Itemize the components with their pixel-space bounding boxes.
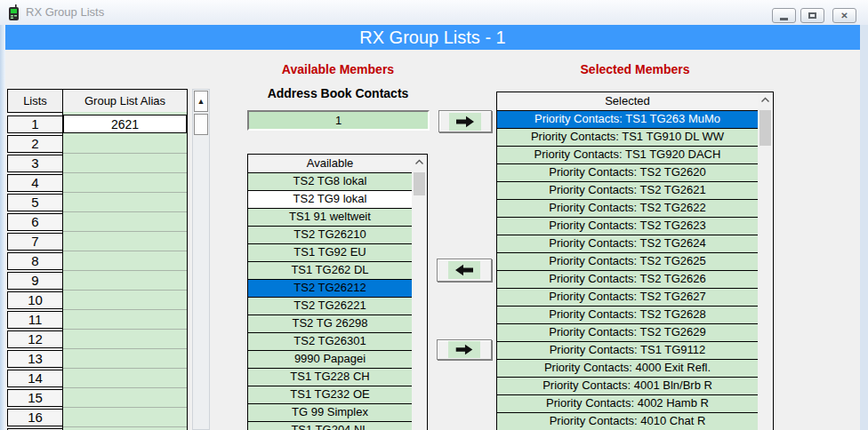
available-list-scrollbar-thumb[interactable] <box>414 172 425 195</box>
group-list-alias-cell[interactable] <box>63 173 187 193</box>
list-row-number[interactable]: 5 <box>7 194 63 211</box>
lists-table-scrollbar[interactable]: ▲ <box>192 89 210 430</box>
selected-list-header: Selected <box>497 92 758 111</box>
list-row-number[interactable]: 8 <box>7 252 63 270</box>
close-icon: ✕ <box>840 12 848 20</box>
available-listbox: Available TS2 TG8 lokalTS2 TG9 lokalTS1 … <box>247 154 428 430</box>
available-list-item[interactable]: TS1 TG204 NL <box>248 422 412 430</box>
list-row-number[interactable]: 15 <box>7 389 63 407</box>
rx-group-lists-window: RX Group Lists ✕ RX Group Lists - 1 List… <box>0 0 868 430</box>
available-list-item[interactable]: TS2 TG26212 <box>248 280 412 298</box>
list-row-number[interactable]: 14 <box>7 370 63 387</box>
selected-list-item[interactable]: Priority Contacts: TS2 TG2623 <box>497 218 758 235</box>
add-available-member-button[interactable] <box>437 339 492 360</box>
selected-list-item[interactable]: Priority Contacts: 4001 Bln/Brb R <box>497 378 758 395</box>
list-row-number[interactable]: 11 <box>7 311 63 329</box>
selected-list-item[interactable]: Priority Contacts: 4010 Chat R <box>497 413 758 430</box>
group-list-alias-cell[interactable] <box>63 330 187 349</box>
available-list-item[interactable]: TS1 TG232 OE <box>248 386 412 404</box>
selected-list-item[interactable]: Priority Contacts: 4000 Exit Refl. <box>497 360 758 378</box>
group-list-alias-cell[interactable] <box>63 251 187 271</box>
minimize-button[interactable] <box>772 8 796 23</box>
selected-list-item[interactable]: Priority Contacts: TS2 TG2625 <box>497 253 758 271</box>
group-list-alias-cell[interactable] <box>63 134 187 154</box>
selected-list-item[interactable]: Priority Contacts: TS2 TG2627 <box>497 289 758 307</box>
available-list-item[interactable]: TS2 TG 26298 <box>248 315 412 333</box>
group-list-alias-cell[interactable]: 2621 <box>63 115 187 133</box>
available-list-item[interactable]: TS2 TG8 lokal <box>248 173 412 191</box>
group-list-alias-cell[interactable] <box>63 408 187 427</box>
selected-list-item[interactable]: Priority Contacts: TS2 TG2628 <box>497 307 758 324</box>
list-row-number[interactable]: 6 <box>7 213 63 231</box>
group-list-alias-cell[interactable] <box>63 154 187 173</box>
arrow-right-icon <box>448 341 480 358</box>
group-list-alias-cell[interactable] <box>63 193 187 212</box>
window-title: RX Group Lists <box>26 5 104 19</box>
selected-list-scrollbar[interactable] <box>758 92 773 430</box>
add-address-book-contact-button[interactable] <box>438 110 492 132</box>
list-row-number[interactable]: 13 <box>7 350 63 368</box>
remove-selected-member-button[interactable] <box>437 259 492 282</box>
lists-alias-column: 2621 <box>62 112 188 430</box>
titlebar: RX Group Lists ✕ <box>0 0 868 25</box>
available-list-item[interactable]: 9990 Papagei <box>248 351 412 369</box>
available-list-item[interactable]: TS2 TG26221 <box>248 298 412 315</box>
group-list-alias-cell[interactable] <box>63 291 187 310</box>
maximize-icon <box>808 12 816 19</box>
selected-list-item[interactable]: Priority Contacts: TS1 TG9112 <box>497 342 758 360</box>
list-row-number[interactable]: 7 <box>7 233 63 251</box>
available-list-item[interactable]: TS1 TG228 CH <box>248 369 412 386</box>
list-row-number[interactable]: 16 <box>7 409 63 426</box>
selected-list-item[interactable]: Priority Contacts: TS2 TG2622 <box>497 200 758 218</box>
group-list-alias-column-header: Group List Alias <box>62 89 188 113</box>
group-list-alias-cell[interactable] <box>63 310 187 330</box>
available-list-item[interactable]: TS1 TG92 EU <box>248 244 412 262</box>
list-row-number[interactable]: 2 <box>7 135 63 153</box>
lists-number-column: 1234567891011121314151617 <box>7 115 63 430</box>
available-list-item[interactable]: TS1 91 weltweit <box>248 209 412 227</box>
selected-list-item[interactable]: Priority Contacts: TS1 TG910 DL WW <box>497 129 758 147</box>
available-list-item[interactable]: TS1 TG262 DL <box>248 262 412 280</box>
list-row-number[interactable]: 9 <box>7 272 63 290</box>
arrow-left-icon <box>448 261 480 279</box>
group-list-alias-cell[interactable] <box>63 232 187 251</box>
selected-list-item[interactable]: Priority Contacts: 4002 Hamb R <box>497 395 758 413</box>
address-book-contacts-label: Address Book Contacts <box>227 86 449 100</box>
list-row-number[interactable]: 1 <box>7 115 63 133</box>
address-book-contacts-input[interactable] <box>247 110 430 131</box>
maximize-button[interactable] <box>800 8 824 23</box>
close-button[interactable]: ✕ <box>832 8 856 23</box>
window-border-left <box>0 25 5 430</box>
group-list-alias-cell[interactable] <box>63 388 187 408</box>
lists-table-scrollbar-thumb[interactable] <box>194 114 208 135</box>
chevron-up-icon[interactable] <box>760 97 770 103</box>
available-list-item[interactable]: TS2 TG26210 <box>248 227 412 244</box>
selected-list-item[interactable]: Priority Contacts: TS2 TG2629 <box>497 324 758 342</box>
group-list-alias-cell[interactable] <box>63 212 187 232</box>
group-list-alias-cell[interactable] <box>63 271 187 291</box>
available-members-title: Available Members <box>227 62 449 76</box>
list-row-number[interactable]: 4 <box>7 174 63 192</box>
selected-listbox: Selected Priority Contacts: TS1 TG263 Mu… <box>496 92 774 430</box>
available-list-item[interactable]: TG 99 Simplex <box>248 404 412 422</box>
selected-list-items: Priority Contacts: TS1 TG263 MuMoPriorit… <box>497 111 758 430</box>
list-row-number[interactable]: 12 <box>7 330 63 348</box>
group-list-alias-cell[interactable] <box>63 349 187 369</box>
available-list-item[interactable]: TS2 TG9 lokal <box>248 191 412 209</box>
selected-list-scrollbar-thumb[interactable] <box>760 110 771 146</box>
group-list-alias-cell[interactable] <box>63 369 187 388</box>
chevron-up-icon[interactable] <box>414 159 424 165</box>
selected-list-item[interactable]: Priority Contacts: TS1 TG263 MuMo <box>497 111 758 129</box>
selected-list-item[interactable]: Priority Contacts: TS2 TG2624 <box>497 235 758 253</box>
radio-icon <box>8 4 20 20</box>
available-list-item[interactable]: TS2 TG26301 <box>248 333 412 351</box>
scroll-up-icon[interactable]: ▲ <box>194 91 208 112</box>
list-row-number[interactable]: 3 <box>7 155 63 172</box>
selected-members-title: Selected Members <box>496 62 774 76</box>
selected-list-item[interactable]: Priority Contacts: TS2 TG2621 <box>497 182 758 200</box>
list-row-number[interactable]: 10 <box>7 291 63 309</box>
selected-list-item[interactable]: Priority Contacts: TS2 TG2620 <box>497 164 758 182</box>
available-list-scrollbar[interactable] <box>412 155 427 430</box>
selected-list-item[interactable]: Priority Contacts: TS2 TG2626 <box>497 271 758 289</box>
selected-list-item[interactable]: Priority Contacts: TS1 TG920 DACH <box>497 147 758 164</box>
